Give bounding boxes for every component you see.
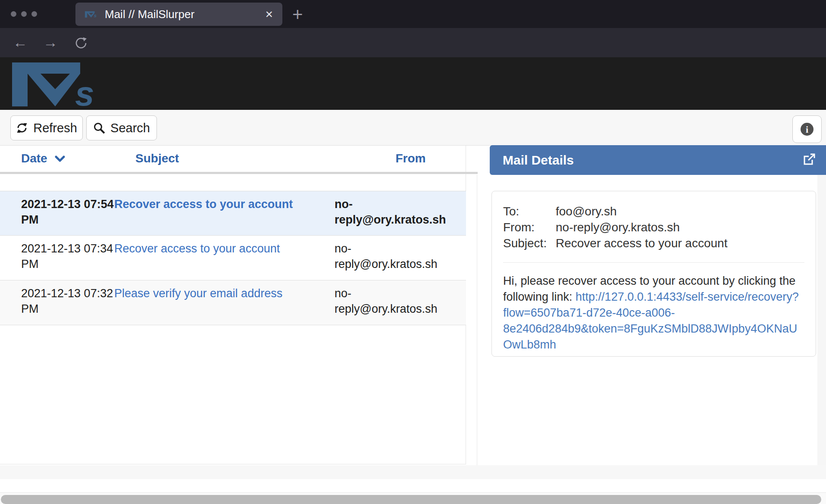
subject-value: Recover access to your account bbox=[556, 235, 727, 251]
right-gutter bbox=[817, 175, 826, 479]
external-link-icon[interactable] bbox=[803, 153, 816, 166]
tab-favicon-mailslurper-icon: s bbox=[85, 11, 98, 18]
subject-label: Subject: bbox=[503, 235, 556, 251]
mail-row[interactable]: 2021-12-13 07:32 PM Please verify your e… bbox=[0, 280, 466, 325]
mail-details-header: Mail Details bbox=[490, 145, 826, 175]
to-label: To: bbox=[503, 203, 556, 219]
mail-date: 2021-12-13 07:34 PM bbox=[0, 241, 114, 280]
tab-title: Mail // MailSlurper bbox=[105, 8, 194, 21]
mail-from: no-reply@ory.kratos.sh bbox=[335, 196, 446, 235]
from-value: no-reply@ory.kratos.sh bbox=[556, 219, 680, 235]
svg-text:s: s bbox=[75, 75, 94, 108]
column-header-from[interactable]: From bbox=[356, 152, 466, 165]
column-header-date-label: Date bbox=[21, 152, 47, 165]
mail-date: 2021-12-13 07:32 PM bbox=[0, 286, 114, 325]
forward-icon[interactable]: → bbox=[43, 34, 58, 51]
sort-chevron-down-icon bbox=[55, 156, 65, 162]
mailslurper-logo: s bbox=[12, 61, 103, 108]
refresh-button[interactable]: Refresh bbox=[10, 115, 83, 140]
info-icon: i bbox=[800, 122, 814, 137]
horizontal-scrollbar-thumb[interactable] bbox=[1, 495, 821, 504]
back-icon[interactable]: ← bbox=[13, 34, 28, 51]
mail-from: no-reply@ory.kratos.sh bbox=[335, 286, 444, 325]
tab-close-icon[interactable]: × bbox=[265, 8, 273, 21]
mail-details-card: To: foo@ory.sh From: no-reply@ory.kratos… bbox=[491, 191, 816, 357]
mail-row[interactable]: 2021-12-13 07:54 PM Recover access to yo… bbox=[0, 191, 466, 236]
window-close-dot[interactable] bbox=[11, 11, 16, 17]
mail-details-title: Mail Details bbox=[503, 153, 574, 168]
browser-window: s Mail // MailSlurper × + ← → bbox=[0, 0, 826, 504]
svg-text:i: i bbox=[806, 124, 808, 135]
browser-tab[interactable]: s Mail // MailSlurper × bbox=[75, 3, 282, 26]
search-button[interactable]: Search bbox=[86, 115, 157, 140]
mailslurper-header: s ⚙ bbox=[0, 57, 826, 110]
bottom-band bbox=[0, 465, 826, 479]
mail-subject-link[interactable]: Recover access to your account bbox=[114, 242, 280, 255]
panel-divider bbox=[477, 175, 477, 479]
browser-navbar: ← → 127.0.0.1 :4436/# 90% ☆ bbox=[0, 28, 826, 57]
refresh-button-label: Refresh bbox=[33, 121, 77, 135]
svg-text:s: s bbox=[94, 13, 97, 18]
mail-subject-link[interactable]: Please verify your email address bbox=[114, 287, 282, 300]
refresh-icon bbox=[16, 122, 28, 134]
column-header-date[interactable]: Date bbox=[21, 152, 65, 165]
mail-subject-link[interactable]: Recover access to your account bbox=[114, 198, 293, 211]
mail-row[interactable]: 2021-12-13 07:34 PM Recover access to yo… bbox=[0, 236, 466, 280]
mail-from: no-reply@ory.kratos.sh bbox=[335, 241, 444, 280]
browser-titlebar: s Mail // MailSlurper × + bbox=[0, 0, 826, 28]
search-icon bbox=[93, 122, 105, 134]
horizontal-scrollbar[interactable] bbox=[0, 493, 826, 504]
header-divider bbox=[0, 172, 478, 174]
search-button-label: Search bbox=[110, 121, 150, 135]
card-divider bbox=[503, 262, 804, 263]
column-header-subject[interactable]: Subject bbox=[135, 152, 179, 165]
window-zoom-dot[interactable] bbox=[31, 11, 37, 17]
mail-rows: 2021-12-13 07:54 PM Recover access to yo… bbox=[0, 191, 466, 325]
window-minimize-dot[interactable] bbox=[21, 11, 27, 17]
info-button[interactable]: i bbox=[792, 115, 822, 143]
new-tab-button[interactable]: + bbox=[292, 4, 303, 25]
from-label: From: bbox=[503, 219, 556, 235]
mail-date: 2021-12-13 07:54 PM bbox=[0, 196, 114, 235]
reload-icon[interactable] bbox=[74, 36, 88, 50]
mail-body: Hi, please recover access to your accoun… bbox=[503, 273, 804, 353]
mail-list-panel: Date Subject From 2021-12-13 07:54 PM Re… bbox=[0, 146, 466, 464]
to-value: foo@ory.sh bbox=[556, 203, 617, 219]
